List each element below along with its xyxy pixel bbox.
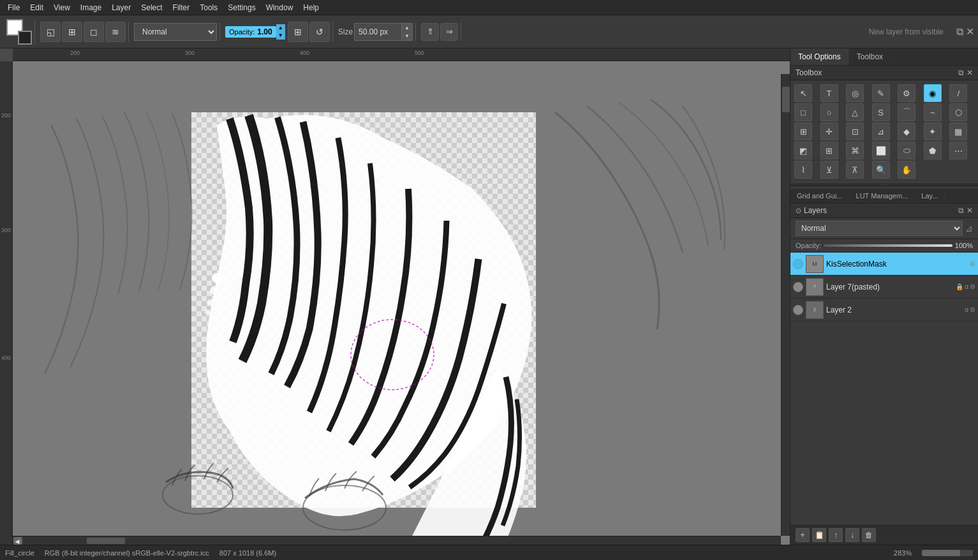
zoom-slider[interactable] <box>922 550 973 556</box>
v-scroll-thumb[interactable] <box>782 87 790 112</box>
layer-settings-icon-1[interactable]: ⚙ <box>970 283 975 290</box>
layers-float-btn[interactable]: ⧉ <box>958 206 964 215</box>
menu-window[interactable]: Window <box>261 2 299 13</box>
menu-layer[interactable]: Layer <box>107 2 136 13</box>
h-scroll-left-btn[interactable]: ◄ <box>13 537 22 545</box>
sub-tab-layers[interactable]: Lay... <box>915 189 945 203</box>
path-tool-btn[interactable]: ⌒ <box>898 103 915 121</box>
layer-lock-icon-1[interactable]: 🔒 <box>956 283 963 290</box>
line-tool-btn[interactable]: / <box>949 84 967 102</box>
similar-select-btn[interactable]: ⊼ <box>846 161 864 179</box>
canvas-svg[interactable] <box>13 61 790 545</box>
bezier-select-btn[interactable]: ⌇ <box>794 161 812 179</box>
layer-alpha-icon-1[interactable]: α <box>965 283 968 290</box>
free-select-btn[interactable]: ⋯ <box>949 142 967 159</box>
smoothing-btn[interactable]: ≋ <box>105 22 126 42</box>
gradient-select-btn[interactable]: ⊿ <box>872 122 890 140</box>
layer-item-1[interactable]: 7 Layer 7(pasted) 🔒 α ⚙ <box>790 276 978 298</box>
tri-btn[interactable]: ⌘ <box>846 142 864 159</box>
layer-settings-icon-0[interactable]: ⚙ <box>970 260 975 267</box>
crop-tool-btn[interactable]: ⊡ <box>846 122 864 140</box>
blend-mode-select[interactable]: Normal <box>134 23 217 41</box>
opacity-up-btn[interactable]: ▲ <box>276 24 285 32</box>
rect-select-btn[interactable]: ⬜ <box>872 142 890 159</box>
layer-item-2[interactable]: 2 Layer 2 α ⚙ <box>790 298 978 321</box>
multibrush-tool-btn[interactable]: ◎ <box>846 84 864 102</box>
ellipse-select-btn[interactable]: ⬭ <box>898 142 915 159</box>
text-tool-btn[interactable]: T <box>820 84 838 102</box>
transform-tool-btn[interactable]: ⊞ <box>794 122 812 140</box>
layers-blend-select[interactable]: Normal <box>796 221 963 236</box>
menu-settings[interactable]: Settings <box>223 2 260 13</box>
sub-tab-lut[interactable]: LUT Managem... <box>850 189 915 203</box>
layer-item-0[interactable]: M KisSelectionMask ⚙ <box>790 253 978 276</box>
duplicate-layer-btn[interactable]: 📋 <box>812 528 826 542</box>
move-layer-up-btn[interactable]: ↑ <box>829 528 843 542</box>
size-down-btn[interactable]: ▼ <box>402 32 412 40</box>
gradient-fill-btn[interactable]: ▦ <box>949 122 967 140</box>
dynamic-brush-btn[interactable]: ~ <box>924 103 942 121</box>
brush-presets-btn[interactable]: ⊞ <box>62 22 82 42</box>
toolbox-close-btn[interactable]: ✕ <box>967 68 973 77</box>
opacity-extra-btn[interactable]: ⊞ <box>288 22 308 42</box>
layer-settings-icon-2[interactable]: ⚙ <box>970 306 975 313</box>
polygon-tool-btn[interactable]: △ <box>846 103 864 121</box>
layer-visibility-0[interactable] <box>793 259 803 269</box>
freehand-tool-btn[interactable]: ✎ <box>872 84 890 102</box>
calligraphy-tool-btn[interactable]: ⚙ <box>898 84 915 102</box>
reset-colors-btn[interactable]: ◱ <box>40 22 61 42</box>
flip-v-btn[interactable]: ⇒ <box>440 23 458 41</box>
smart-patch-btn[interactable]: ◩ <box>794 142 812 159</box>
magnify-btn[interactable]: 🔍 <box>872 161 890 179</box>
pan-btn[interactable]: ✋ <box>898 161 915 179</box>
layer-visibility-1[interactable] <box>793 282 803 292</box>
add-layer-btn[interactable]: + <box>796 528 810 542</box>
opacity-down-btn[interactable]: ▼ <box>276 32 285 40</box>
opacity-refresh-btn[interactable]: ↺ <box>309 22 330 42</box>
eraser-btn[interactable]: ◻ <box>84 22 104 42</box>
size-input[interactable] <box>354 23 402 41</box>
flip-h-btn[interactable]: ⇑ <box>421 23 439 41</box>
layer-alpha-icon-2[interactable]: α <box>965 306 968 313</box>
panel-float-btn[interactable]: ⧉ <box>956 26 963 38</box>
opacity-spinner[interactable]: ▲ ▼ <box>276 24 285 40</box>
size-up-btn[interactable]: ▲ <box>402 24 412 32</box>
rect-tool-btn[interactable]: □ <box>794 103 812 121</box>
h-scroll-thumb[interactable] <box>87 538 125 544</box>
fill-tool-btn[interactable]: ⬡ <box>949 103 967 121</box>
zoom-tool-btn[interactable]: ⊞ <box>820 142 838 159</box>
menu-file[interactable]: File <box>3 2 25 13</box>
vertical-scrollbar[interactable] <box>781 74 790 536</box>
panel-resize-handle[interactable]: · · · · · <box>790 182 978 186</box>
pen-tool-btn[interactable]: ◆ <box>898 122 915 140</box>
menu-select[interactable]: Select <box>136 2 167 13</box>
menu-help[interactable]: Help <box>298 2 324 13</box>
brush-tool-btn[interactable]: ◉ <box>924 84 942 102</box>
toolbox-float-btn[interactable]: ⧉ <box>958 68 964 77</box>
canvas-wrapper[interactable] <box>13 61 790 545</box>
sub-tab-grid[interactable]: Grid and Gui... <box>790 189 850 203</box>
menu-view[interactable]: View <box>48 2 75 13</box>
poly-select-btn[interactable]: ⬟ <box>924 142 942 159</box>
cursor-tool-btn[interactable]: ↖ <box>794 84 812 102</box>
layers-opacity-slider[interactable] <box>824 244 952 247</box>
move-tool-btn[interactable]: ✛ <box>820 122 838 140</box>
panel-close-btn[interactable]: ✕ <box>966 26 974 38</box>
menu-edit[interactable]: Edit <box>25 2 48 13</box>
tab-toolbox[interactable]: Toolbox <box>849 48 891 65</box>
tab-tool-options[interactable]: Tool Options <box>790 48 849 65</box>
opacity-control[interactable]: Opacity: 1.00 <box>225 26 276 38</box>
layers-close-btn[interactable]: ✕ <box>967 206 973 215</box>
menu-filter[interactable]: Filter <box>168 2 195 13</box>
ellipse-tool-btn[interactable]: ○ <box>820 103 838 121</box>
menu-image[interactable]: Image <box>75 2 107 13</box>
bezier-tool-btn[interactable]: S <box>872 103 890 121</box>
menu-tools[interactable]: Tools <box>195 2 223 13</box>
delete-layer-btn[interactable]: 🗑 <box>862 528 876 542</box>
background-color[interactable] <box>18 31 32 45</box>
horizontal-scrollbar[interactable]: ◄ <box>13 536 781 545</box>
colorpick-tool-btn[interactable]: ✦ <box>924 122 942 140</box>
layer-visibility-2[interactable] <box>793 305 803 315</box>
contiguous-select-btn[interactable]: ⊻ <box>820 161 838 179</box>
move-layer-down-btn[interactable]: ↓ <box>845 528 859 542</box>
